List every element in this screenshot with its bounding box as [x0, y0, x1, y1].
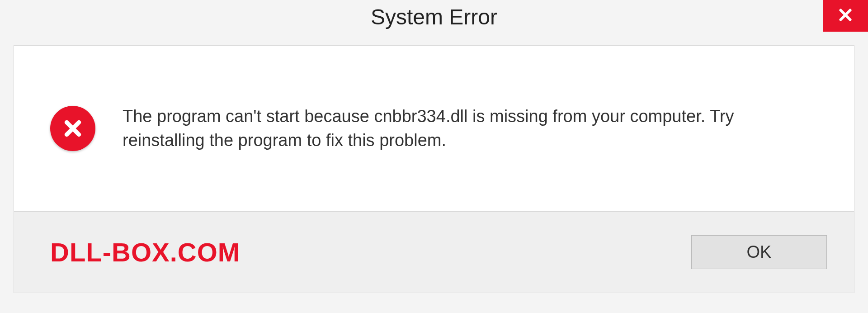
- close-button[interactable]: [823, 0, 868, 32]
- close-icon: [837, 7, 854, 25]
- dialog-title: System Error: [371, 5, 497, 29]
- ok-button-label: OK: [747, 242, 772, 262]
- error-message: The program can't start because cnbbr334…: [123, 104, 801, 152]
- ok-button[interactable]: OK: [691, 235, 827, 269]
- footer-panel: DLL-BOX.COM OK: [14, 212, 854, 293]
- error-icon: [50, 106, 95, 151]
- watermark-text: DLL-BOX.COM: [50, 237, 240, 267]
- content-panel: The program can't start because cnbbr334…: [14, 45, 854, 212]
- title-bar: System Error: [0, 0, 868, 36]
